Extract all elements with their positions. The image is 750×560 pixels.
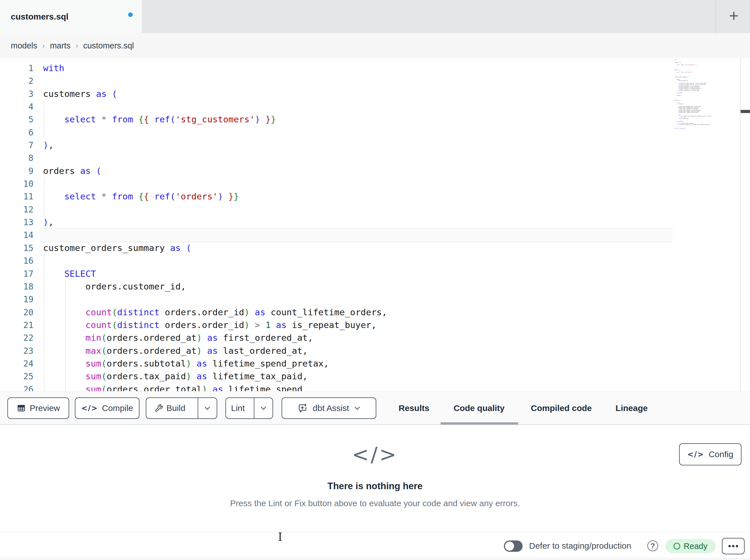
- breadcrumb-separator: ›: [76, 41, 78, 50]
- code-icon: </>: [687, 450, 704, 459]
- code-line[interactable]: sum(orders.tax_paid) as lifetime_tax_pai…: [0, 370, 750, 383]
- chevron-down-icon: [354, 406, 360, 410]
- ide-status-badge[interactable]: Ready: [665, 539, 716, 553]
- tab-results[interactable]: Results: [398, 392, 430, 424]
- breadcrumb-item-file: customers.sql: [83, 41, 134, 50]
- code-line[interactable]: [0, 100, 750, 113]
- build-button[interactable]: Build: [146, 398, 194, 418]
- indent-guide: [44, 126, 44, 139]
- minimap[interactable]: withcustomers as ( select * from {{ ref(…: [675, 60, 739, 133]
- code-line[interactable]: [0, 126, 750, 139]
- lint-split-button: Lint: [225, 397, 273, 419]
- code-line[interactable]: SELECT: [0, 267, 750, 280]
- more-options-button[interactable]: [722, 538, 745, 554]
- code-line[interactable]: ),: [0, 139, 750, 151]
- table-icon: [17, 403, 26, 413]
- tab-lineage[interactable]: Lineage: [614, 392, 649, 424]
- action-strip: Preview </> Compile Build: [0, 391, 750, 425]
- breadcrumb-separator: ›: [42, 41, 45, 50]
- tab-compiled-code[interactable]: Compiled code: [529, 392, 593, 424]
- code-icon: </>: [81, 404, 98, 412]
- breadcrumb-bar: models › marts › customers.sql: [0, 33, 750, 58]
- code-line[interactable]: [0, 203, 750, 216]
- defer-toggle[interactable]: [504, 540, 522, 552]
- text-cursor-pointer: I: [278, 530, 282, 543]
- tab-code-quality[interactable]: Code quality: [451, 392, 507, 424]
- editor-tab-bar: customers.sql +: [0, 0, 750, 33]
- preview-button-label: Preview: [30, 403, 60, 413]
- scrollbar-thumb[interactable]: [741, 110, 750, 113]
- indent-guide: [44, 254, 44, 267]
- lint-button[interactable]: Lint: [226, 398, 250, 418]
- empty-state-title: There is nothing here: [0, 481, 750, 492]
- code-line[interactable]: [0, 229, 750, 241]
- minimap-content: withcustomers as ( select * from {{ ref(…: [675, 60, 715, 129]
- compile-button[interactable]: </> Compile: [75, 397, 139, 419]
- lint-dropdown-button[interactable]: [254, 398, 273, 418]
- build-dropdown-button[interactable]: [198, 398, 217, 418]
- preview-button[interactable]: Preview: [7, 397, 69, 419]
- new-tab-button[interactable]: +: [723, 0, 745, 33]
- tab-bar-divider: [715, 0, 716, 33]
- tab-compiled-code-label: Compiled code: [531, 403, 592, 413]
- wrench-icon: [155, 404, 163, 412]
- code-line[interactable]: [0, 75, 750, 87]
- code-quality-panel: </> There is nothing here Press the Lint…: [0, 426, 750, 532]
- config-button[interactable]: </> Config: [679, 443, 742, 465]
- tab-code-quality-label: Code quality: [453, 403, 505, 413]
- active-tab-underline: [441, 422, 518, 424]
- code-line[interactable]: orders.customer_id,: [0, 280, 750, 293]
- chevron-down-icon: [204, 406, 211, 410]
- code-line[interactable]: [0, 254, 750, 267]
- chevron-down-icon: [260, 406, 267, 410]
- build-button-label: Build: [166, 403, 185, 413]
- indent-guide: [44, 203, 44, 216]
- dbt-assist-button-label: dbt Assist: [313, 403, 349, 413]
- code-line[interactable]: [0, 151, 750, 164]
- code-line[interactable]: count(distinct orders.order_id) as count…: [0, 306, 750, 319]
- indent-guide: [44, 100, 44, 113]
- code-line[interactable]: ),: [0, 216, 750, 229]
- tab-lineage-label: Lineage: [616, 403, 648, 413]
- code-line[interactable]: customer_orders_summary as (: [0, 242, 750, 254]
- plus-icon: +: [729, 6, 739, 25]
- empty-state-subtitle: Press the Lint or Fix button above to ev…: [0, 499, 750, 508]
- code-line[interactable]: orders as (: [0, 165, 750, 177]
- file-tab-customers-sql[interactable]: customers.sql: [0, 0, 142, 33]
- unsaved-changes-dot-icon: [128, 13, 133, 17]
- code-line[interactable]: customers as (: [0, 87, 750, 100]
- toggle-knob: [505, 542, 514, 551]
- code-line[interactable]: min(orders.ordered_at) as first_ordered_…: [0, 331, 750, 344]
- breadcrumb-item-models[interactable]: models: [11, 41, 37, 50]
- breadcrumb-item-marts[interactable]: marts: [50, 41, 71, 50]
- code-line[interactable]: sum(orders.subtotal) as lifetime_spend_p…: [0, 357, 750, 370]
- code-line[interactable]: max(orders.ordered_at) as last_ordered_a…: [0, 345, 750, 357]
- window-bottom-edge: [0, 559, 750, 560]
- code-line[interactable]: sum(orders.order_total) as lifetime_spen…: [0, 383, 750, 391]
- code-line[interactable]: [0, 293, 750, 306]
- indent-guide: [65, 293, 66, 306]
- dot-icon: [728, 545, 731, 547]
- code-line[interactable]: count(distinct orders.order_id) > 1 as i…: [0, 319, 750, 331]
- lint-button-label: Lint: [231, 403, 245, 413]
- config-button-label: Config: [709, 450, 733, 459]
- code-line[interactable]: with: [0, 62, 750, 75]
- dbt-assist-button[interactable]: dbt Assist: [281, 397, 376, 419]
- help-icon[interactable]: ?: [647, 540, 658, 551]
- code-lines: withcustomers as ( select * from {{ ref(…: [0, 62, 750, 391]
- assist-chat-sparkle-icon: [297, 403, 308, 413]
- code-line[interactable]: [0, 177, 750, 190]
- code-editor[interactable]: 1234567891011121314151617181920212223242…: [0, 58, 750, 391]
- indent-guide: [44, 177, 44, 190]
- code-brackets-icon: </>: [0, 442, 750, 466]
- indent-guide: [44, 293, 44, 306]
- code-line[interactable]: select * from {{ ref('orders') }}: [0, 190, 750, 203]
- scrollbar-track: [740, 58, 741, 391]
- dot-icon: [732, 545, 734, 547]
- tab-results-label: Results: [399, 403, 429, 413]
- compile-button-label: Compile: [102, 403, 133, 413]
- code-line[interactable]: select * from {{ ref('stg_customers') }}: [0, 113, 750, 126]
- dot-icon: [736, 545, 738, 547]
- breadcrumb: models › marts › customers.sql: [11, 33, 134, 58]
- status-ring-icon: [673, 543, 680, 549]
